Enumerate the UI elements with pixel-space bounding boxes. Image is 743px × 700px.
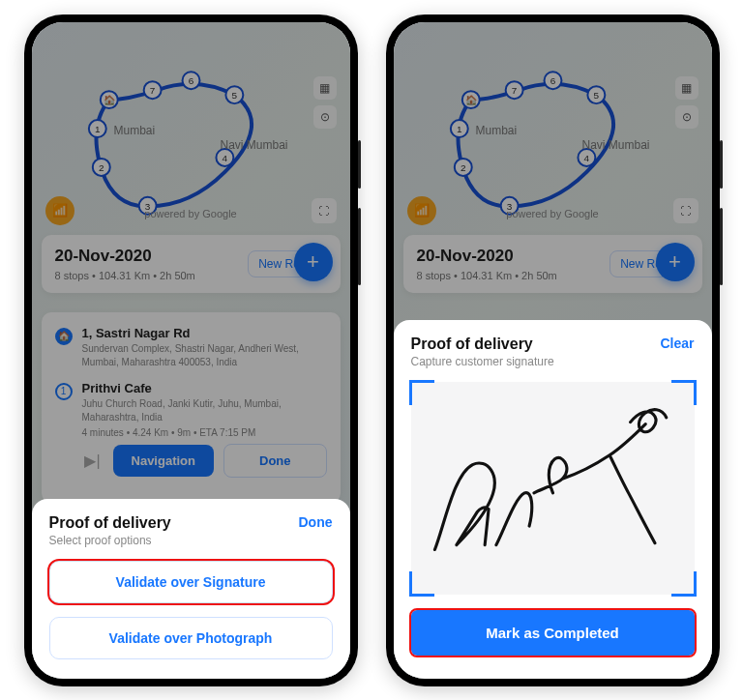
volume-button xyxy=(720,208,723,285)
phone-mockup-right: 🏠 7 6 5 4 3 2 1 Mumbai Navi Mumbai ▦ ⊙ 📶… xyxy=(386,15,720,686)
mark-completed-button[interactable]: Mark as Completed xyxy=(411,610,695,656)
volume-button xyxy=(358,208,361,285)
power-button xyxy=(358,140,361,189)
phone-mockup-left: 🏠 7 6 5 4 3 2 1 Mumbai Navi Mumbai ▦ ⊙ 📶… xyxy=(24,15,358,686)
sheet-title: Proof of delivery xyxy=(411,335,554,353)
sheet-title: Proof of delivery xyxy=(49,514,171,532)
sheet-subtitle: Select proof options xyxy=(49,534,171,547)
clear-link[interactable]: Clear xyxy=(660,335,694,351)
power-button xyxy=(720,140,723,189)
signature-sheet: Proof of delivery Capture customer signa… xyxy=(394,320,712,679)
sheet-subtitle: Capture customer signature xyxy=(411,355,554,368)
signature-stroke xyxy=(411,382,695,595)
validate-signature-button[interactable]: Validate over Signature xyxy=(49,561,333,603)
proof-options-sheet: Proof of delivery Select proof options D… xyxy=(32,499,350,679)
signature-pad[interactable] xyxy=(411,382,695,595)
screen-left: 🏠 7 6 5 4 3 2 1 Mumbai Navi Mumbai ▦ ⊙ 📶… xyxy=(32,22,350,679)
sheet-done-link[interactable]: Done xyxy=(299,514,333,530)
screen-right: 🏠 7 6 5 4 3 2 1 Mumbai Navi Mumbai ▦ ⊙ 📶… xyxy=(394,22,712,679)
validate-photograph-button[interactable]: Validate over Photograph xyxy=(49,617,333,659)
